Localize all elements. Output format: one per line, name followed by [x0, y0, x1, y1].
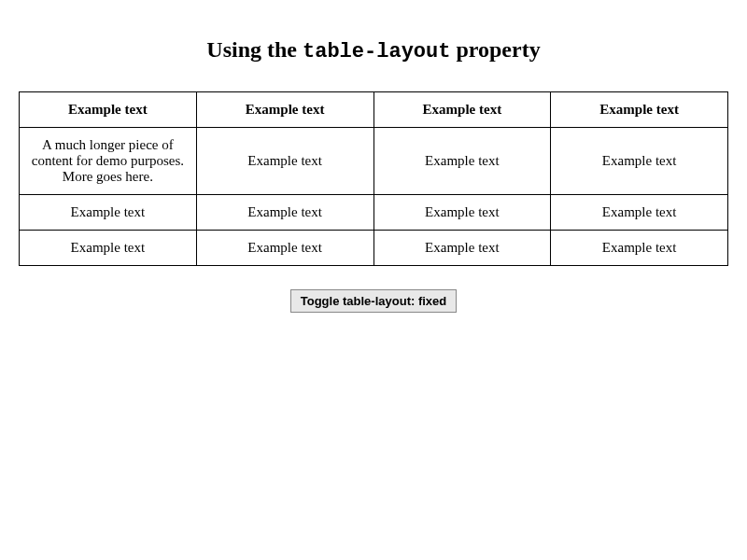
- table-cell: Example text: [196, 128, 374, 195]
- table-cell: Example text: [551, 128, 728, 195]
- table-cell: Example text: [374, 195, 551, 231]
- table-header-row: Example text Example text Example text E…: [20, 92, 728, 128]
- title-code: table-layout: [303, 40, 450, 63]
- table-cell: Example text: [20, 195, 197, 231]
- table-cell: Example text: [20, 231, 197, 266]
- table-header: Example text: [196, 92, 374, 128]
- title-suffix: property: [450, 37, 540, 62]
- table-row: A much longer piece of content for demo …: [20, 128, 728, 195]
- title-prefix: Using the: [206, 37, 303, 62]
- table-cell: Example text: [374, 231, 551, 266]
- table-cell: A much longer piece of content for demo …: [20, 128, 197, 195]
- button-container: Toggle table-layout: fixed: [19, 289, 728, 313]
- table-row: Example text Example text Example text E…: [20, 231, 728, 266]
- table-cell: Example text: [374, 128, 551, 195]
- table-cell: Example text: [551, 231, 728, 266]
- table-header: Example text: [374, 92, 551, 128]
- table-row: Example text Example text Example text E…: [20, 195, 728, 231]
- table-header: Example text: [551, 92, 728, 128]
- table-cell: Example text: [196, 195, 374, 231]
- demo-table: Example text Example text Example text E…: [19, 91, 728, 266]
- table-cell: Example text: [551, 195, 728, 231]
- toggle-layout-button[interactable]: Toggle table-layout: fixed: [290, 289, 458, 313]
- page-title: Using the table-layout property: [19, 37, 728, 63]
- table-header: Example text: [20, 92, 197, 128]
- table-cell: Example text: [196, 231, 374, 266]
